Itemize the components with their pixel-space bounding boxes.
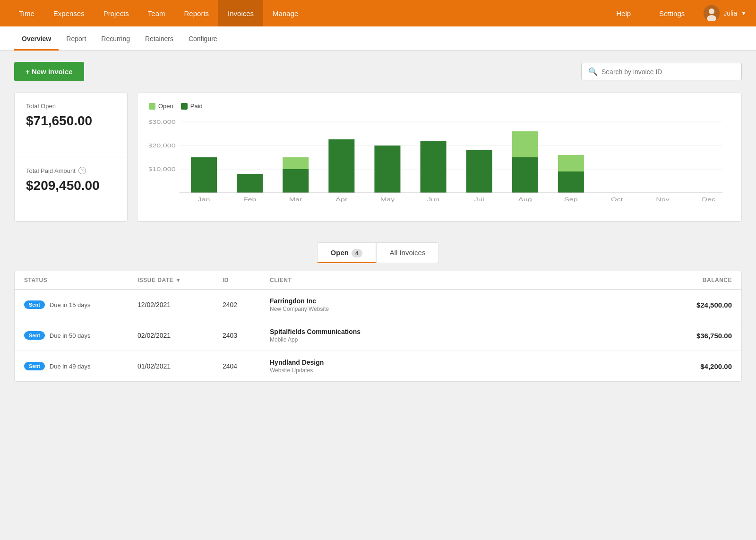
svg-text:Mar: Mar (289, 197, 302, 202)
balance: $4,200.00 (666, 362, 732, 370)
tab-configure[interactable]: Configure (181, 26, 225, 51)
chart-area: $30,000 $20,000 $10,000 Jan Feb Mar (149, 117, 730, 212)
invoice-id: 2403 (223, 332, 270, 339)
svg-text:May: May (380, 197, 395, 202)
due-text: Due in 50 days (50, 332, 91, 339)
svg-text:Dec: Dec (702, 197, 715, 202)
nav-projects[interactable]: Projects (94, 0, 138, 26)
chart-legend: Open Paid (149, 103, 730, 110)
col-client: Client (270, 277, 666, 283)
issue-date: 12/02/2021 (137, 301, 223, 309)
nav-team[interactable]: Team (138, 0, 175, 26)
search-box: 🔍 (581, 63, 742, 80)
total-paid-label: Total Paid Amount ? (26, 167, 116, 174)
svg-rect-26 (512, 131, 538, 157)
svg-rect-15 (283, 157, 309, 169)
tab-all-invoices[interactable]: All Invoices (376, 242, 439, 263)
client-info: Farringdon Inc New Company Website (270, 297, 666, 312)
total-paid-card: Total Paid Amount ? $209,450.00 (14, 157, 128, 222)
search-input[interactable] (601, 68, 735, 76)
nav-help[interactable]: Help (607, 0, 640, 26)
issue-date: 02/02/2021 (137, 332, 223, 339)
status-cell: Sent Due in 49 days (24, 362, 137, 370)
balance: $36,750.00 (666, 332, 732, 340)
toolbar: + New Invoice 🔍 (14, 62, 742, 81)
user-name: Julia (723, 9, 737, 17)
svg-rect-14 (283, 169, 309, 193)
svg-text:$10,000: $10,000 (149, 167, 176, 172)
table-row[interactable]: Sent Due in 15 days 12/02/2021 2402 Farr… (15, 290, 741, 320)
right-nav: Help Settings Julia ▼ (607, 0, 747, 26)
nav-settings[interactable]: Settings (650, 0, 694, 26)
client-name: Hyndland Design (270, 359, 666, 366)
open-legend-dot (149, 103, 155, 110)
help-icon[interactable]: ? (78, 167, 86, 174)
status-cell: Sent Due in 50 days (24, 331, 137, 340)
svg-rect-10 (191, 157, 217, 193)
col-issue-date[interactable]: Issue Date ▼ (137, 277, 223, 283)
total-open-card: Total Open $71,650.00 (14, 93, 128, 157)
svg-text:Jun: Jun (427, 197, 439, 202)
tab-recurring[interactable]: Recurring (94, 26, 137, 51)
top-nav: Time Expenses Projects Team Reports Invo… (0, 0, 756, 26)
total-paid-value: $209,450.00 (26, 178, 116, 193)
sort-icon: ▼ (175, 277, 181, 283)
paid-legend-label: Paid (190, 103, 203, 110)
total-open-label: Total Open (26, 103, 116, 110)
nav-reports[interactable]: Reports (175, 0, 219, 26)
due-text: Due in 49 days (50, 363, 91, 370)
svg-rect-23 (466, 150, 492, 193)
paid-legend-dot (181, 103, 188, 110)
svg-text:Aug: Aug (518, 197, 532, 202)
sent-badge: Sent (24, 331, 45, 340)
col-id: ID (223, 277, 270, 283)
due-text: Due in 15 days (50, 301, 91, 309)
legend-paid: Paid (181, 103, 203, 110)
sent-badge: Sent (24, 300, 45, 309)
svg-rect-19 (374, 146, 400, 193)
nav-time[interactable]: Time (9, 0, 44, 26)
legend-open: Open (149, 103, 173, 110)
tab-open[interactable]: Open4 (317, 242, 376, 263)
balance: $24,500.00 (666, 301, 732, 309)
tab-retainers[interactable]: Retainers (137, 26, 181, 51)
sent-badge: Sent (24, 362, 45, 370)
new-invoice-button[interactable]: + New Invoice (14, 62, 84, 81)
client-info: Hyndland Design Website Updates (270, 359, 666, 374)
client-sub: New Company Website (270, 306, 666, 312)
tab-report[interactable]: Report (59, 26, 94, 51)
svg-rect-17 (328, 139, 354, 193)
open-count-badge: 4 (352, 249, 362, 257)
table-row[interactable]: Sent Due in 49 days 01/02/2021 2404 Hynd… (15, 351, 741, 381)
nav-invoices[interactable]: Invoices (218, 0, 263, 26)
svg-text:$30,000: $30,000 (149, 120, 176, 125)
col-status: Status (24, 277, 137, 283)
invoice-tabs: Open4 All Invoices (317, 242, 439, 263)
svg-rect-29 (558, 155, 584, 171)
chart-card: Open Paid $30,000 $20,000 $10,000 (137, 93, 742, 222)
nav-manage[interactable]: Manage (263, 0, 308, 26)
client-sub: Mobile App (270, 336, 666, 343)
client-name: Spitalfields Communications (270, 328, 666, 335)
stats-col: Total Open $71,650.00 Total Paid Amount … (14, 93, 128, 222)
svg-text:Oct: Oct (611, 197, 623, 202)
col-balance: Balance (666, 277, 732, 283)
svg-rect-28 (558, 171, 584, 193)
table-header: Status Issue Date ▼ ID Client Balance (15, 271, 741, 290)
svg-text:Feb: Feb (243, 197, 257, 202)
stats-chart-row: Total Open $71,650.00 Total Paid Amount … (14, 93, 742, 222)
open-legend-label: Open (158, 103, 173, 110)
sub-nav: Overview Report Recurring Retainers Conf… (0, 26, 756, 51)
svg-text:Sep: Sep (564, 197, 578, 202)
client-sub: Website Updates (270, 367, 666, 374)
table-row[interactable]: Sent Due in 50 days 02/02/2021 2403 Spit… (15, 320, 741, 351)
issue-date: 01/02/2021 (137, 362, 223, 370)
total-open-value: $71,650.00 (26, 113, 116, 129)
svg-rect-21 (421, 141, 447, 193)
nav-expenses[interactable]: Expenses (44, 0, 94, 26)
tab-overview[interactable]: Overview (14, 26, 59, 51)
client-info: Spitalfields Communications Mobile App (270, 328, 666, 343)
user-menu[interactable]: Julia ▼ (704, 5, 747, 21)
status-cell: Sent Due in 15 days (24, 300, 137, 309)
svg-text:Jan: Jan (198, 197, 210, 202)
